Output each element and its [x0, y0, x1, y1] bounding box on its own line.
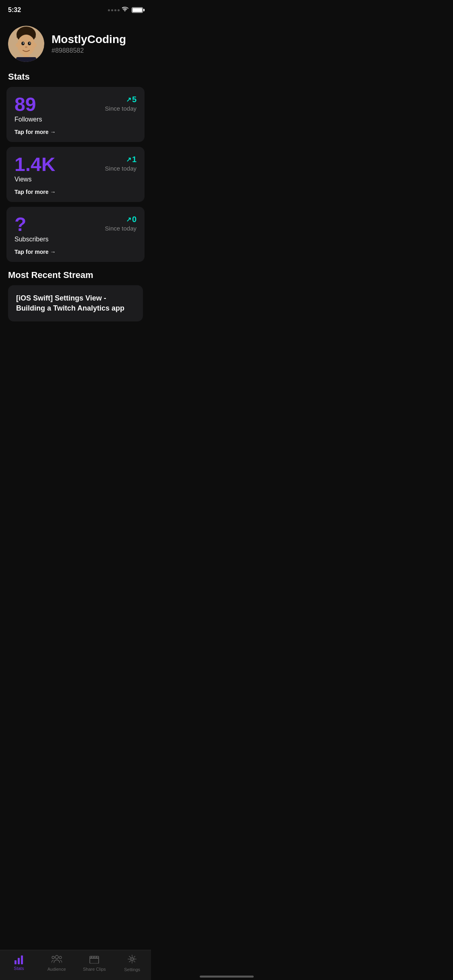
subscribers-delta-value: 0: [132, 215, 137, 224]
subscribers-value: ?: [14, 215, 26, 234]
svg-point-2: [17, 35, 35, 56]
svg-point-6: [29, 43, 30, 43]
stats-cards-container: 89 ↗ 5 Since today Followers Tap for mor…: [0, 87, 151, 262]
profile-name: MostlyCoding: [52, 33, 143, 46]
svg-point-4: [28, 42, 31, 45]
followers-label: Followers: [14, 116, 137, 123]
subscribers-since: Since today: [105, 225, 137, 232]
followers-tap-more[interactable]: Tap for more →: [14, 129, 56, 135]
followers-delta-container: ↗ 5 Since today: [105, 95, 137, 112]
followers-card[interactable]: 89 ↗ 5 Since today Followers Tap for mor…: [6, 87, 145, 142]
subscribers-delta-arrow: ↗: [126, 216, 131, 223]
recent-stream-title-label: Most Recent Stream: [8, 270, 143, 280]
followers-since: Since today: [105, 105, 137, 112]
views-delta-arrow: ↗: [126, 156, 131, 163]
profile-id: #89888582: [52, 47, 143, 54]
views-delta-value: 1: [132, 155, 137, 164]
subscribers-delta: ↗ 0: [126, 215, 137, 224]
views-label: Views: [14, 176, 137, 183]
status-icons: [108, 7, 143, 14]
svg-point-7: [25, 46, 27, 48]
views-delta: ↗ 1: [126, 155, 137, 164]
svg-rect-11: [16, 57, 36, 62]
profile-info: MostlyCoding #89888582: [52, 33, 143, 55]
recent-stream-name: [iOS Swift] Settings View - Building a T…: [16, 293, 135, 313]
subscribers-delta-container: ↗ 0 Since today: [105, 215, 137, 232]
views-tap-more[interactable]: Tap for more →: [14, 189, 56, 195]
recent-stream-card[interactable]: [iOS Swift] Settings View - Building a T…: [8, 285, 143, 321]
profile-section: MostlyCoding #89888582: [0, 18, 151, 68]
status-time: 5:32: [8, 6, 21, 14]
stats-section-title: Stats: [0, 68, 151, 87]
followers-delta: ↗ 5: [126, 95, 137, 104]
views-delta-container: ↗ 1 Since today: [105, 155, 137, 172]
wifi-icon: [122, 7, 129, 14]
subscribers-tap-more[interactable]: Tap for more →: [14, 249, 56, 255]
recent-stream-section: Most Recent Stream [iOS Swift] Settings …: [0, 262, 151, 326]
subscribers-card[interactable]: ? ↗ 0 Since today Subscribers Tap for mo…: [6, 207, 145, 262]
views-value: 1.4K: [14, 155, 55, 174]
status-bar: 5:32: [0, 0, 151, 18]
svg-point-5: [23, 43, 24, 43]
avatar: [8, 26, 44, 62]
followers-delta-arrow: ↗: [126, 96, 131, 103]
views-since: Since today: [105, 165, 137, 172]
views-card[interactable]: 1.4K ↗ 1 Since today Views Tap for more …: [6, 147, 145, 202]
svg-point-3: [21, 42, 25, 45]
svg-point-9: [33, 43, 37, 47]
signal-dots-icon: [108, 9, 120, 11]
svg-point-8: [16, 43, 19, 47]
subscribers-label: Subscribers: [14, 236, 137, 243]
battery-icon: [132, 7, 143, 13]
followers-delta-value: 5: [132, 95, 137, 104]
followers-value: 89: [14, 95, 36, 114]
